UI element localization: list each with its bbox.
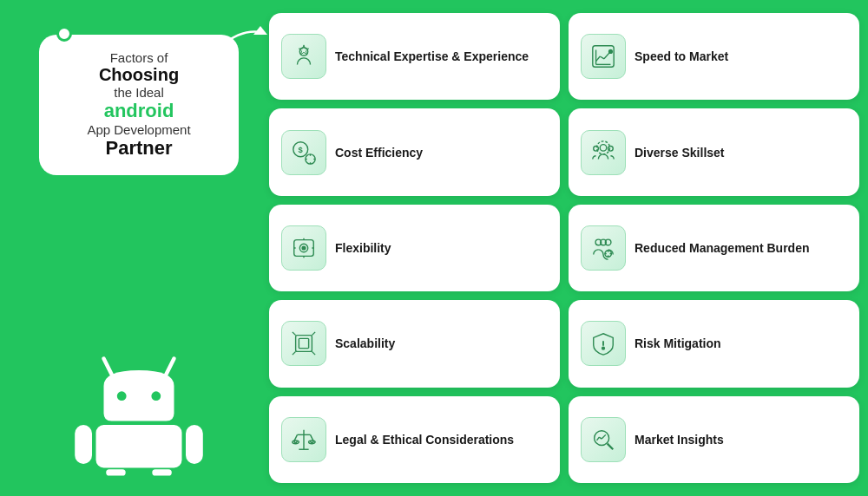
scalability-icon-box bbox=[281, 321, 326, 366]
svg-line-44 bbox=[312, 332, 315, 336]
svg-line-45 bbox=[293, 352, 296, 356]
title-the-ideal: the Ideal bbox=[58, 85, 220, 100]
people-target-icon bbox=[590, 140, 616, 166]
svg-point-4 bbox=[151, 391, 161, 401]
svg-line-60 bbox=[602, 434, 606, 439]
gear-arrows-icon bbox=[291, 235, 317, 261]
title-box: Factors of Choosing the Ideal android Ap… bbox=[39, 35, 239, 175]
scalability-label: Scalability bbox=[335, 336, 395, 351]
title-choosing: Choosing bbox=[58, 65, 220, 85]
card-market-insights: Market Insights bbox=[569, 396, 859, 483]
dollar-gear-icon: $ bbox=[291, 140, 317, 166]
legal-ethical-icon-box bbox=[281, 417, 326, 462]
speed-to-market-label: Speed to Market bbox=[635, 49, 728, 64]
svg-point-3 bbox=[117, 391, 127, 401]
svg-point-32 bbox=[302, 246, 306, 250]
svg-point-55 bbox=[309, 441, 316, 444]
people-gear-icon bbox=[590, 235, 616, 261]
cost-efficiency-label: Cost Efficiency bbox=[335, 145, 423, 160]
cost-efficiency-icon-box: $ bbox=[281, 130, 326, 175]
title-partner: Partner bbox=[58, 137, 220, 160]
svg-rect-9 bbox=[152, 469, 172, 475]
svg-rect-42 bbox=[299, 339, 308, 349]
title-factors: Factors of bbox=[58, 50, 220, 65]
technical-expertise-icon-box bbox=[281, 34, 326, 79]
chart-up-icon bbox=[590, 43, 616, 69]
svg-point-28 bbox=[608, 146, 614, 151]
diverse-skillset-icon-box bbox=[581, 130, 626, 175]
svg-rect-8 bbox=[106, 469, 126, 475]
legal-ethical-label: Legal & Ethical Considerations bbox=[335, 432, 514, 447]
technical-expertise-label: Technical Expertise & Experience bbox=[335, 49, 529, 64]
title-app-dev: App Development bbox=[58, 122, 220, 137]
svg-line-43 bbox=[293, 332, 296, 336]
card-reduced-management: Reduced Management Burden bbox=[569, 205, 859, 291]
diverse-skillset-label: Diverse Skillset bbox=[635, 145, 725, 160]
svg-point-26 bbox=[600, 144, 607, 151]
svg-line-59 bbox=[599, 437, 602, 439]
card-diverse-skillset: Diverse Skillset bbox=[569, 108, 859, 195]
card-technical-expertise: Technical Expertise & Experience bbox=[269, 13, 560, 100]
svg-rect-6 bbox=[75, 425, 92, 464]
card-flexibility: Flexibility bbox=[269, 205, 560, 291]
left-panel: Factors of Choosing the Ideal android Ap… bbox=[0, 0, 278, 496]
market-insights-icon-box bbox=[581, 417, 626, 462]
star-person-icon bbox=[291, 43, 317, 69]
card-speed-to-market: Speed to Market bbox=[569, 13, 859, 100]
market-insights-label: Market Insights bbox=[635, 432, 724, 447]
card-risk-mitigation: Risk Mitigation bbox=[569, 300, 859, 387]
svg-rect-5 bbox=[96, 425, 182, 468]
svg-line-14 bbox=[600, 56, 604, 59]
flexibility-label: Flexibility bbox=[335, 240, 391, 256]
scales-icon bbox=[291, 427, 317, 453]
svg-line-58 bbox=[597, 437, 600, 441]
android-robot-icon bbox=[61, 331, 217, 487]
svg-point-48 bbox=[602, 348, 605, 350]
box-expand-icon bbox=[291, 330, 317, 356]
card-legal-ethical: Legal & Ethical Considerations bbox=[269, 396, 560, 483]
reduced-management-icon-box bbox=[581, 225, 626, 271]
flexibility-icon-box bbox=[281, 225, 326, 271]
card-cost-efficiency: $ Cost Efficiency bbox=[269, 108, 560, 195]
svg-line-57 bbox=[608, 443, 614, 449]
title-android: android bbox=[58, 100, 220, 122]
svg-rect-7 bbox=[186, 425, 203, 464]
reduced-management-label: Reduced Management Burden bbox=[635, 240, 809, 256]
factors-grid: Technical Expertise & Experience Speed t… bbox=[269, 13, 859, 483]
chart-magnify-icon bbox=[590, 427, 616, 453]
svg-point-54 bbox=[293, 441, 299, 444]
risk-mitigation-icon-box bbox=[581, 321, 626, 366]
speed-to-market-icon-box bbox=[581, 34, 626, 79]
svg-text:$: $ bbox=[298, 146, 303, 154]
svg-line-46 bbox=[312, 352, 315, 356]
shield-alert-icon bbox=[590, 330, 616, 356]
svg-point-16 bbox=[609, 50, 613, 54]
svg-rect-41 bbox=[296, 336, 312, 352]
svg-marker-0 bbox=[253, 26, 267, 35]
risk-mitigation-label: Risk Mitigation bbox=[635, 336, 721, 351]
card-scalability: Scalability bbox=[269, 300, 560, 387]
